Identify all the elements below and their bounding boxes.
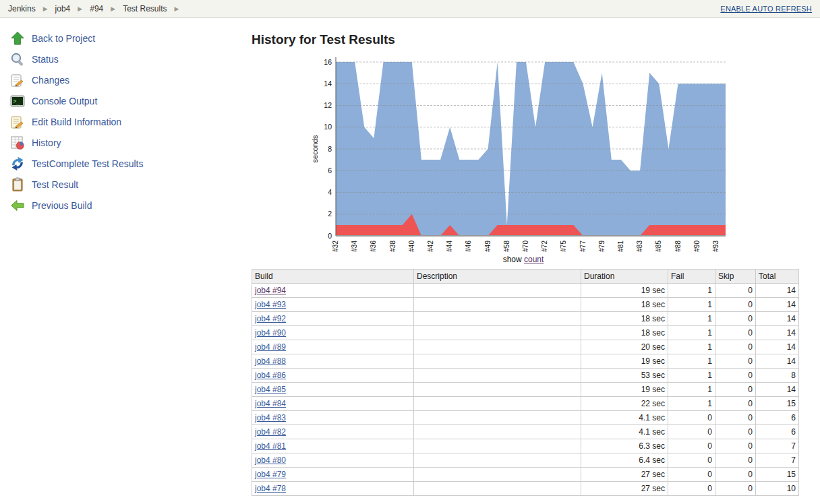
column-header-skip[interactable]: Skip	[715, 270, 756, 284]
count-link[interactable]: count	[524, 255, 544, 264]
cell-total: 14	[756, 284, 799, 298]
sidebar-item-label: Back to Project	[32, 33, 95, 44]
cell-skip: 0	[715, 369, 756, 383]
sidebar-item-console-output[interactable]: >_Console Output	[0, 91, 252, 112]
svg-text:#81: #81	[617, 241, 624, 252]
build-link[interactable]: job4 #80	[255, 455, 286, 465]
cell-fail: 1	[668, 354, 715, 369]
up-arrow-icon	[9, 30, 26, 46]
cell-duration: 22 sec	[581, 397, 668, 411]
cell-total: 7	[756, 439, 799, 453]
build-link[interactable]: job4 #94	[255, 286, 286, 295]
breadcrumb-item-jenkins[interactable]: Jenkins	[8, 4, 36, 13]
svg-text:#38: #38	[389, 241, 397, 252]
breadcrumb-item-job4[interactable]: job4	[55, 4, 71, 13]
column-header-description[interactable]: Description	[414, 270, 581, 284]
cell-build: job4 #79	[252, 468, 414, 482]
cell-description	[414, 397, 581, 411]
cell-skip: 0	[715, 312, 756, 326]
cell-total: 14	[756, 298, 799, 312]
cell-skip: 0	[715, 383, 756, 397]
build-link[interactable]: job4 #90	[255, 328, 286, 338]
table-row: job4 #7927 sec0015	[252, 468, 799, 482]
table-header-row: BuildDescriptionDurationFailSkipTotal	[252, 270, 799, 284]
build-link[interactable]: job4 #85	[255, 385, 286, 394]
svg-text:4: 4	[328, 188, 332, 196]
sidebar-item-previous-build[interactable]: Previous Build	[0, 195, 252, 216]
build-link[interactable]: job4 #82	[255, 427, 286, 437]
breadcrumb-item-test-results[interactable]: Test Results	[123, 4, 167, 13]
sidebar-item-testcomplete-test-results[interactable]: TestComplete Test Results	[0, 154, 252, 175]
cell-total: 14	[756, 354, 799, 369]
clipboard-icon	[9, 177, 26, 193]
cell-fail: 0	[668, 439, 715, 453]
build-link[interactable]: job4 #78	[255, 484, 286, 493]
breadcrumb: Jenkins▶job4▶#94▶Test Results▶	[8, 4, 186, 13]
build-link[interactable]: job4 #81	[255, 441, 286, 451]
svg-text:#36: #36	[370, 241, 377, 252]
table-row: job4 #8653 sec108	[252, 369, 799, 383]
cell-fail: 0	[668, 411, 715, 425]
sidebar-item-test-result[interactable]: Test Result	[0, 175, 252, 195]
cell-description	[414, 383, 581, 397]
sidebar-item-label: TestComplete Test Results	[32, 158, 143, 169]
cell-total: 7	[756, 453, 799, 468]
cell-fail: 1	[668, 326, 715, 340]
cell-skip: 0	[715, 354, 756, 369]
cell-build: job4 #81	[252, 439, 414, 453]
build-link[interactable]: job4 #86	[255, 371, 286, 380]
cell-duration: 18 sec	[581, 312, 668, 326]
cell-total: 8	[756, 369, 799, 383]
column-header-build[interactable]: Build	[252, 270, 414, 284]
svg-text:#83: #83	[636, 241, 643, 252]
cell-fail: 0	[668, 468, 715, 482]
cell-duration: 19 sec	[581, 354, 668, 369]
svg-text:2: 2	[328, 210, 332, 218]
build-link[interactable]: job4 #84	[255, 399, 286, 408]
breadcrumb-item-94[interactable]: #94	[90, 4, 103, 13]
column-header-total[interactable]: Total	[756, 270, 799, 284]
build-link[interactable]: job4 #88	[255, 356, 286, 366]
svg-text:#85: #85	[655, 241, 662, 252]
cell-skip: 0	[715, 482, 756, 496]
svg-text:#44: #44	[446, 241, 453, 252]
edit-notepad-icon	[9, 114, 26, 130]
cell-description	[414, 453, 581, 468]
svg-text:#42: #42	[427, 241, 434, 252]
sidebar-item-edit-build-information[interactable]: Edit Build Information	[0, 112, 252, 133]
svg-text:#77: #77	[579, 241, 587, 252]
cell-build: job4 #86	[252, 369, 414, 383]
table-row: job4 #9419 sec1014	[252, 284, 799, 298]
cell-total: 14	[756, 340, 799, 354]
cell-build: job4 #93	[252, 298, 414, 312]
breadcrumb-separator-icon: ▶	[111, 5, 115, 12]
column-header-duration[interactable]: Duration	[581, 270, 668, 284]
cell-fail: 1	[668, 397, 715, 411]
duration-trend-area-chart: 0246810121416seconds#32#34#36#38#40#42#4…	[311, 55, 736, 261]
sidebar-item-status[interactable]: Status	[0, 49, 252, 70]
cell-fail: 0	[668, 425, 715, 439]
cell-build: job4 #85	[252, 383, 414, 397]
cell-total: 14	[756, 383, 799, 397]
svg-text:#32: #32	[332, 241, 339, 252]
table-row: job4 #9318 sec1014	[252, 298, 799, 312]
test-result-trend-chart[interactable]: 0246810121416seconds#32#34#36#38#40#42#4…	[311, 55, 736, 261]
left-arrow-icon	[9, 197, 26, 214]
build-link[interactable]: job4 #79	[255, 470, 286, 479]
table-row: job4 #806.4 sec007	[252, 453, 799, 468]
svg-text:16: 16	[324, 58, 332, 66]
build-link[interactable]: job4 #93	[255, 300, 286, 309]
build-link[interactable]: job4 #92	[255, 314, 286, 323]
enable-auto-refresh-link[interactable]: ENABLE AUTO REFRESH	[720, 5, 812, 13]
column-header-fail[interactable]: Fail	[668, 270, 715, 284]
table-row: job4 #824.1 sec006	[252, 425, 799, 439]
build-link[interactable]: job4 #89	[255, 342, 286, 352]
cell-duration: 53 sec	[581, 369, 668, 383]
sidebar-item-changes[interactable]: Changes	[0, 70, 252, 91]
svg-text:#49: #49	[484, 241, 492, 252]
sidebar-item-back-to-project[interactable]: Back to Project	[0, 28, 252, 49]
sidebar-item-history[interactable]: History	[0, 133, 252, 154]
build-link[interactable]: job4 #83	[255, 413, 286, 422]
cell-total: 14	[756, 326, 799, 340]
svg-text:#79: #79	[598, 241, 606, 252]
